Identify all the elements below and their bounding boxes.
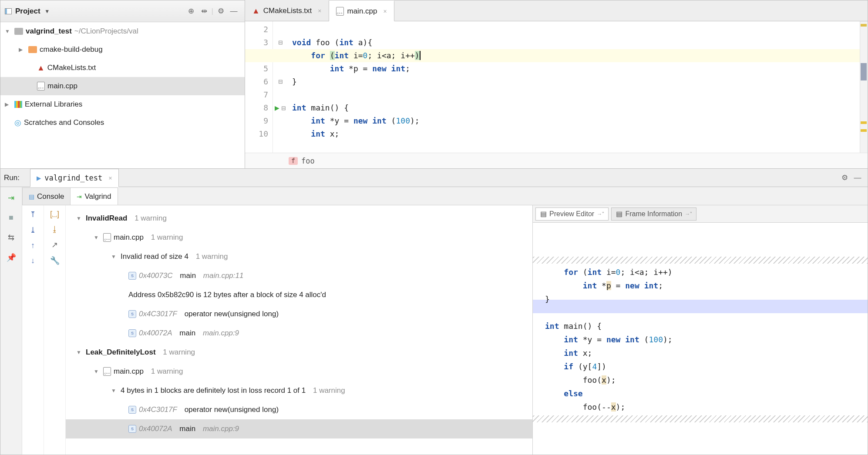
breadcrumb-bar[interactable]: f foo (245, 153, 868, 168)
code-editor[interactable]: 2345678910 ⊟⊟▶ ⊟ void foo (int a){ for (… (245, 21, 868, 153)
folder-icon (28, 46, 37, 53)
valgrind-group-invalid-read[interactable]: ▼ InvalidRead 1 warning (66, 209, 532, 228)
wrench-icon[interactable]: 🔧 (50, 256, 60, 265)
frame-function: main (179, 329, 195, 338)
group-title: Leak_DefinitelyLost (86, 348, 156, 357)
stop-icon[interactable]: ■ (9, 213, 13, 222)
folder-icon (14, 28, 23, 35)
tree-scratches[interactable]: ◎ Scratches and Consoles (0, 114, 245, 132)
valgrind-error-leak[interactable]: ▼ 4 bytes in 1 blocks are definitely los… (66, 381, 532, 400)
frame-function: main (179, 425, 195, 433)
rerun-icon[interactable]: ⇥ (8, 193, 14, 203)
project-icon (5, 8, 12, 14)
frame-function: main (180, 271, 196, 280)
tree-item-label: External Libraries (25, 100, 82, 109)
frame-address: 0x4C3017F (139, 405, 177, 414)
stack-frame[interactable]: S 0x4C3017F operator new(unsigned long) (66, 400, 532, 419)
project-header-bar: Project ⊕ ⇹ | — (0, 0, 245, 22)
cpp-file-icon: c++ (103, 233, 111, 242)
asm-icon: S (128, 406, 136, 414)
open-external-icon[interactable]: ↗ (51, 240, 58, 250)
console-icon: ▤ (29, 193, 34, 200)
valgrind-results-tree[interactable]: ▼ InvalidRead 1 warning ▼ c++ main.cpp 1… (66, 205, 532, 455)
tree-external-libraries[interactable]: ▶ External Libraries (0, 95, 245, 114)
settings-gear-icon[interactable] (838, 171, 851, 184)
project-view-selector[interactable]: Project (5, 7, 49, 16)
scroll-from-source-icon[interactable]: ⊕ (185, 5, 198, 18)
error-message: 4 bytes in 1 blocks are definitely lost … (121, 386, 306, 395)
tree-file-cmakelists[interactable]: ▲ CMakeLists.txt (0, 59, 245, 77)
pin-icon[interactable]: 📌 (7, 253, 16, 262)
run-inner-tab-bar: ▤ Console ⇥ Valgrind (22, 187, 868, 205)
layout-icon[interactable]: ⇆ (8, 233, 14, 242)
close-tab-icon[interactable]: × (108, 174, 112, 181)
tab-frame-information[interactable]: ▤ Frame Information →" (611, 207, 696, 221)
frame-function: operator new(unsigned long) (185, 310, 279, 318)
project-tool-window: Project ⊕ ⇹ | — ▼ valgrind_test ~/CLionP… (0, 0, 245, 168)
stack-frame[interactable]: S 0x40073C main main.cpp:11 (66, 266, 532, 285)
down-icon[interactable]: ↓ (31, 256, 35, 265)
preview-pane: ▤ Preview Editor →" ▤ Frame Information … (532, 205, 868, 455)
asm-icon: S (128, 310, 136, 318)
run-config-tab[interactable]: ▶ valgrind_test × (30, 169, 119, 187)
up-icon[interactable]: ↑ (31, 241, 35, 250)
tab-cmakelists[interactable]: ▲ CMakeLists.txt × (245, 0, 329, 21)
libraries-icon (14, 101, 22, 108)
valgrind-toolbar-1: ⤒ ⤓ ↑ ↓ (22, 205, 44, 455)
collapse-arrow-icon[interactable]: ▶ (5, 101, 12, 107)
valgrind-file-main-cpp[interactable]: ▼ c++ main.cpp 1 warning (66, 228, 532, 247)
settings-gear-icon[interactable] (214, 5, 227, 18)
tree-root-path: ~/CLionProjects/val (74, 27, 138, 36)
group-icon[interactable]: [⎵] (50, 210, 59, 219)
frame-address: 0x40073C (139, 271, 173, 280)
collapse-arrow-icon[interactable]: ▶ (19, 47, 26, 53)
tab-valgrind[interactable]: ⇥ Valgrind (70, 187, 118, 205)
export-icon[interactable]: ⭳ (51, 225, 59, 234)
tab-preview-editor[interactable]: ▤ Preview Editor →" (535, 207, 609, 221)
valgrind-icon: ⇥ (77, 193, 82, 200)
frame-location: main.cpp:9 (203, 425, 239, 433)
hide-panel-icon[interactable]: — (227, 5, 240, 18)
tab-main-cpp[interactable]: c++ main.cpp × (329, 0, 394, 21)
valgrind-file-main-cpp[interactable]: ▼ c++ main.cpp 1 warning (66, 362, 532, 381)
valgrind-group-leak[interactable]: ▼ Leak_DefinitelyLost 1 warning (66, 343, 532, 362)
tab-label: main.cpp (347, 7, 377, 16)
tree-root[interactable]: ▼ valgrind_test ~/CLionProjects/val (0, 22, 245, 40)
close-tab-icon[interactable]: × (383, 8, 387, 15)
stack-frame[interactable]: S 0x4C3017F operator new(unsigned long) (66, 304, 532, 324)
run-config-name: valgrind_test (44, 174, 102, 182)
close-tab-icon[interactable]: × (318, 7, 321, 14)
code-content[interactable]: void foo (int a){ for (int i=0; i<a; i++… (288, 21, 868, 153)
fold-gutter[interactable]: ⊟⊟▶ ⊟ (273, 21, 288, 153)
tab-console[interactable]: ▤ Console (22, 187, 71, 205)
collapse-all-icon[interactable]: ⤓ (30, 225, 36, 235)
tree-file-main-cpp[interactable]: c++ main.cpp (0, 77, 245, 95)
tree-folder-cmake-build[interactable]: ▶ cmake-build-debug (0, 40, 245, 59)
run-label: Run: (4, 174, 30, 182)
stack-frame[interactable]: S 0x40072A main main.cpp:9 (66, 324, 532, 343)
pin-out-icon[interactable]: →" (685, 211, 692, 217)
tab-label: Preview Editor (549, 210, 594, 218)
valgrind-error-invalid-read[interactable]: ▼ Invalid read of size 4 1 warning (66, 247, 532, 266)
pin-out-icon[interactable]: →" (597, 211, 604, 217)
frame-location: main.cpp:11 (203, 271, 244, 280)
tree-item-label: Scratches and Consoles (24, 118, 104, 127)
breadcrumb-badge: f (289, 157, 298, 165)
jagged-bottom-icon (533, 415, 868, 422)
valgrind-address-detail[interactable]: Address 0x5b82c90 is 12 bytes after a bl… (66, 285, 532, 304)
expand-arrow-icon[interactable]: ▼ (5, 28, 12, 34)
hide-panel-icon[interactable]: — (851, 171, 864, 184)
cmake-file-icon: ▲ (37, 64, 45, 73)
project-tree[interactable]: ▼ valgrind_test ~/CLionProjects/val ▶ cm… (0, 22, 245, 168)
cmake-file-icon: ▲ (252, 7, 260, 16)
cpp-file-icon: c++ (336, 7, 344, 16)
preview-code[interactable]: for (int i=0; i<a; i++) int *p = new int… (533, 223, 868, 455)
run-gutter-icon[interactable]: ▶ (275, 104, 279, 111)
expand-all-icon[interactable]: ⤒ (30, 210, 36, 219)
frame-location: main.cpp:9 (203, 329, 239, 338)
stack-frame[interactable]: S 0x40072A main main.cpp:9 (66, 419, 532, 438)
run-tool-header: Run: ▶ valgrind_test × — (0, 169, 868, 187)
frame-address: 0x40072A (139, 329, 172, 338)
collapse-all-icon[interactable]: ⇹ (198, 5, 211, 18)
editor-tab-bar: ▲ CMakeLists.txt × c++ main.cpp × (245, 0, 868, 21)
